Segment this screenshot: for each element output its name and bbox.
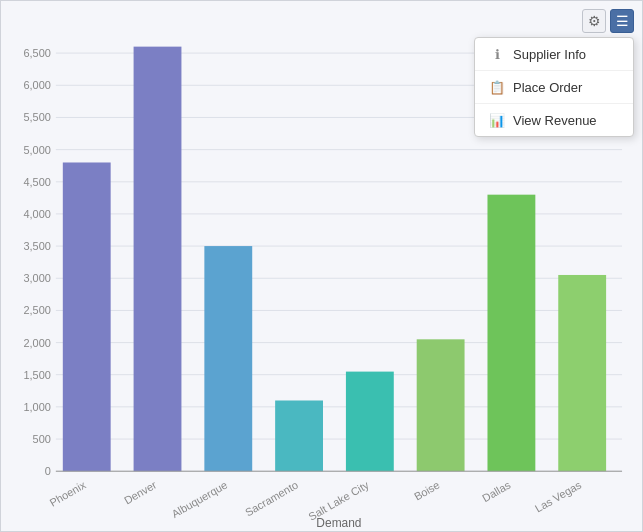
svg-rect-35 (487, 195, 535, 472)
dropdown-item-view-revenue[interactable]: 📊 View Revenue (475, 104, 633, 136)
svg-text:5,000: 5,000 (23, 144, 50, 156)
dropdown-menu: ℹ Supplier Info 📋 Place Order 📊 View Rev… (474, 37, 634, 137)
info-icon: ℹ (489, 46, 505, 62)
dropdown-item-place-order[interactable]: 📋 Place Order (475, 71, 633, 104)
svg-text:6,000: 6,000 (23, 79, 50, 91)
svg-text:5,500: 5,500 (23, 111, 50, 123)
dropdown-item-supplier-info[interactable]: ℹ Supplier Info (475, 38, 633, 71)
dropdown-label-view-revenue: View Revenue (513, 113, 597, 128)
svg-text:1,000: 1,000 (23, 401, 50, 413)
svg-text:500: 500 (33, 433, 51, 445)
svg-text:4,000: 4,000 (23, 208, 50, 220)
svg-text:0: 0 (45, 465, 51, 477)
svg-rect-30 (134, 47, 182, 472)
revenue-icon: 📊 (489, 112, 505, 128)
svg-text:1,500: 1,500 (23, 369, 50, 381)
svg-rect-36 (558, 275, 606, 471)
gear-icon: ⚙ (588, 13, 601, 29)
dropdown-label-supplier-info: Supplier Info (513, 47, 586, 62)
svg-rect-34 (417, 339, 465, 471)
svg-rect-29 (63, 162, 111, 471)
svg-text:Demand: Demand (316, 516, 361, 530)
menu-icon: ☰ (616, 13, 629, 29)
svg-text:6,500: 6,500 (23, 47, 50, 59)
order-icon: 📋 (489, 79, 505, 95)
svg-text:2,500: 2,500 (23, 304, 50, 316)
dropdown-label-place-order: Place Order (513, 80, 582, 95)
chart-container: 0 500 1,000 1,500 2,000 2,500 3,000 3,50… (0, 0, 643, 532)
gear-button[interactable]: ⚙ (582, 9, 606, 33)
svg-rect-32 (275, 400, 323, 471)
svg-rect-31 (204, 246, 252, 471)
toolbar: ⚙ ☰ (582, 9, 634, 33)
svg-rect-33 (346, 372, 394, 472)
svg-text:4,500: 4,500 (23, 176, 50, 188)
menu-button[interactable]: ☰ (610, 9, 634, 33)
svg-text:3,000: 3,000 (23, 272, 50, 284)
svg-text:3,500: 3,500 (23, 240, 50, 252)
svg-text:2,000: 2,000 (23, 337, 50, 349)
